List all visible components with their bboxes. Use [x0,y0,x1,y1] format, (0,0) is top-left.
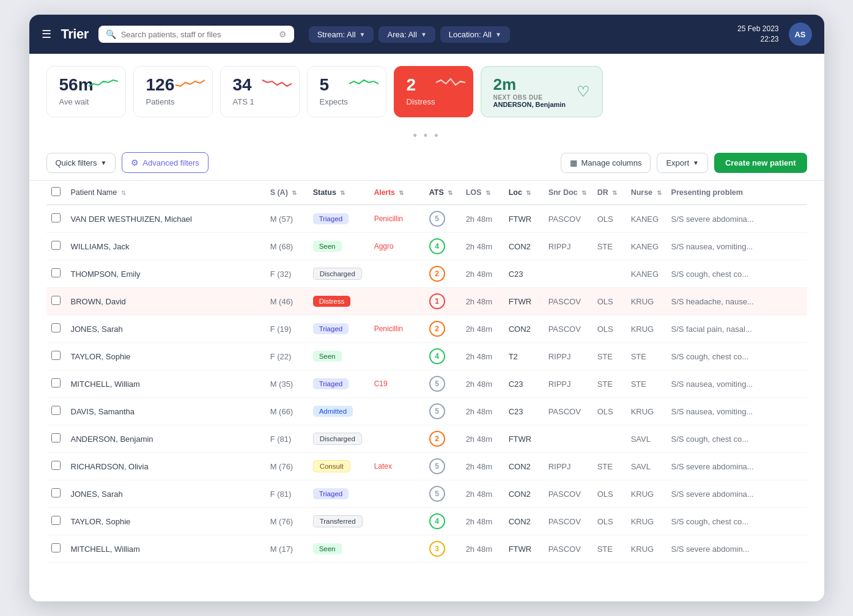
table-row[interactable]: TAYLOR, Sophie M (76) Transferred 4 2h 4… [46,508,807,535]
table-row[interactable]: MITCHELL, William M (35) Triaged C19 5 2… [46,370,807,398]
dr-cell: STE [593,535,626,563]
col-sa[interactable]: S (A) ⇅ [265,181,308,205]
manage-columns-btn[interactable]: ▦ Manage columns [561,153,651,173]
create-patient-btn[interactable]: Create new patient [714,153,807,173]
los-cell: 2h 48m [461,535,504,563]
advanced-filters-btn[interactable]: ⚙ Advanced filters [122,152,209,173]
filter-sliders-icon[interactable]: ⚙ [279,29,287,39]
loc-cell: C23 [504,398,544,425]
presenting-cell: S/S severe abdomina... [667,205,807,233]
ats-cell: 5 [424,398,461,425]
row-checkbox[interactable] [51,406,61,415]
distress-label: Distress [407,97,460,106]
search-input[interactable] [121,30,274,39]
col-alerts[interactable]: Alerts ⇅ [369,181,424,205]
col-presenting[interactable]: Presenting problem [667,181,807,205]
row-checkbox[interactable] [51,516,61,525]
sa-cell: F (22) [265,343,308,370]
table-row[interactable]: JONES, Sarah F (19) Triaged Penicillin 2… [46,315,807,343]
col-ats[interactable]: ATS ⇅ [424,181,461,205]
select-all-checkbox[interactable] [51,187,61,196]
row-checkbox[interactable] [51,323,61,332]
table-body: VAN DER WESTHUIZEN, Michael M (57) Triag… [46,205,807,563]
stat-avg-wait[interactable]: 56m Ave wait [46,66,126,117]
snrdoc-cell [544,260,593,288]
dr-cell [593,260,626,288]
row-checkbox[interactable] [51,213,61,222]
table-row[interactable]: JONES, Sarah F (81) Triaged 5 2h 48m CON… [46,480,807,508]
collapse-handle[interactable]: • • • [29,127,824,145]
dr-cell: STE [593,233,626,260]
heart-monitor-icon: ♡ [577,83,590,100]
ats-circle: 4 [429,348,445,364]
ats-circle: 2 [429,431,445,447]
stat-patients[interactable]: 126 Patients [133,66,213,117]
table-row[interactable]: DAVIS, Samantha M (66) Admitted 5 2h 48m… [46,398,807,425]
row-checkbox[interactable] [51,268,61,277]
table-row[interactable]: RICHARDSON, Olivia M (76) Consult Latex … [46,453,807,480]
dr-cell: STE [593,453,626,480]
ats-circle: 4 [429,513,445,529]
dr-cell: OLS [593,480,626,508]
status-badge: Seen [313,543,342,554]
sa-cell: M (57) [265,205,308,233]
stream-filter-btn[interactable]: Stream: All ▼ [309,26,374,43]
stat-expects[interactable]: 5 Expects [307,66,386,117]
table-row[interactable]: THOMPSON, Emily F (32) Discharged 2 2h 4… [46,260,807,288]
patients-sparkline [174,75,205,92]
sa-cell: F (81) [265,480,308,508]
row-checkbox[interactable] [51,488,61,497]
table-row[interactable]: TAYLOR, Sophie F (22) Seen 4 2h 48m T2 R… [46,343,807,370]
table-row[interactable]: VAN DER WESTHUIZEN, Michael M (57) Triag… [46,205,807,233]
quick-filters-btn[interactable]: Quick filters ▼ [46,153,116,173]
col-loc[interactable]: Loc ⇅ [504,181,544,205]
presenting-cell: S/S nausea, vomiting... [667,233,807,260]
col-dr[interactable]: DR ⇅ [593,181,626,205]
ats-cell: 2 [424,315,461,343]
table-row[interactable]: WILLIAMS, Jack M (68) Seen Aggro 4 2h 48… [46,233,807,260]
row-checkbox[interactable] [51,378,61,387]
col-snrdoc[interactable]: Snr Doc ⇅ [544,181,593,205]
col-los[interactable]: LOS ⇅ [461,181,504,205]
patient-name-cell: VAN DER WESTHUIZEN, Michael [66,205,265,233]
patient-name-cell: TAYLOR, Sophie [66,508,265,535]
col-patient-name[interactable]: Patient Name ⇅ [66,181,265,205]
stat-obs-due[interactable]: 2m NEXT OBS DUE ANDERSON, Benjamin ♡ [481,66,603,117]
ats-cell: 4 [424,233,461,260]
area-filter-btn[interactable]: Area: All ▼ [378,26,435,43]
row-checkbox[interactable] [51,461,61,470]
status-badge: Seen [313,241,342,252]
ats-circle: 1 [429,293,445,309]
table-row[interactable]: MITCHELL, William M (17) Seen 3 2h 48m F… [46,535,807,563]
stat-distress[interactable]: 2 Distress [394,66,473,117]
row-checkbox[interactable] [51,296,61,305]
dr-cell: OLS [593,205,626,233]
menu-icon[interactable]: ☰ [42,28,51,41]
row-checkbox[interactable] [51,543,61,552]
snrdoc-cell: RIPPJ [544,453,593,480]
presenting-cell: S/S cough, chest co... [667,508,807,535]
table-row[interactable]: BROWN, David M (46) Distress 1 2h 48m FT… [46,288,807,315]
col-status[interactable]: Status ⇅ [308,181,369,205]
status-badge: Distress [313,296,351,307]
location-filter-btn[interactable]: Location: All ▼ [440,26,510,43]
ats-cell: 2 [424,425,461,453]
avg-wait-sparkline [87,75,118,92]
ats-cell: 4 [424,343,461,370]
avatar[interactable]: AS [789,23,812,46]
col-nurse[interactable]: Nurse ⇅ [626,181,667,205]
status-badge: Seen [313,351,342,362]
nurse-cell: KRUG [626,535,667,563]
patient-name-cell: THOMPSON, Emily [66,260,265,288]
distress-sparkline [435,75,465,92]
ats-cell: 3 [424,535,461,563]
stat-ats1[interactable]: 34 ATS 1 [220,66,300,117]
table-row[interactable]: ANDERSON, Benjamin F (81) Discharged 2 2… [46,425,807,453]
status-badge: Consult [313,460,350,472]
row-checkbox[interactable] [51,433,61,442]
stream-area-location-filters: Stream: All ▼ Area: All ▼ Location: All … [309,26,510,43]
export-btn[interactable]: Export ▼ [657,153,707,173]
los-cell: 2h 48m [461,260,504,288]
row-checkbox[interactable] [51,241,61,250]
row-checkbox[interactable] [51,351,61,360]
